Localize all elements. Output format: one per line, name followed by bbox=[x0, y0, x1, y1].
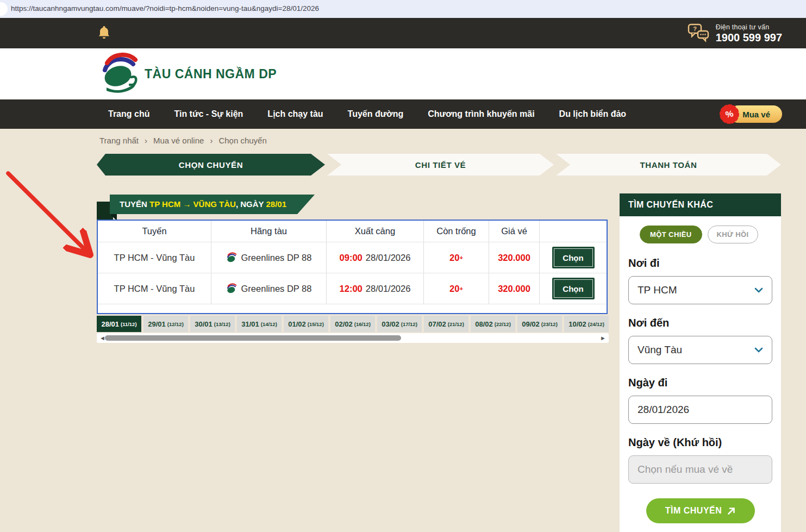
site-header: TÀU CÁNH NGẦM DP bbox=[0, 48, 806, 99]
nav-item-tuyen-duong[interactable]: Tuyến đường bbox=[348, 109, 404, 119]
site-logo[interactable]: TÀU CÁNH NGẦM DP bbox=[100, 52, 277, 96]
buy-ticket-label: Mua vé bbox=[742, 110, 770, 119]
departure-date: 28/01/2026 bbox=[366, 253, 411, 263]
url-text: https://taucanhngamvungtau.com/muave/?no… bbox=[11, 0, 319, 17]
label-noi-den: Nơi đến bbox=[628, 317, 772, 329]
date-tab[interactable]: 09/02(23/12) bbox=[517, 316, 562, 332]
departure-time: 12:00 bbox=[340, 284, 363, 294]
hotline-number: 1900 599 997 bbox=[716, 32, 782, 44]
ribbon-text: TUYẾN TP HCM → VŨNG TÀU, NGÀY 28/01 bbox=[110, 195, 315, 214]
breadcrumb-current: Chọn chuyến bbox=[218, 136, 266, 145]
nav-item-lich-chay-tau[interactable]: Lịch chạy tàu bbox=[267, 109, 323, 119]
scroll-right-icon[interactable]: ► bbox=[600, 334, 606, 342]
seats-plus: + bbox=[459, 254, 463, 261]
round-trip-pill[interactable]: KHỨ HỒI bbox=[708, 226, 758, 243]
date-tab[interactable]: 08/02(22/12) bbox=[471, 316, 515, 332]
breadcrumb-mua-ve[interactable]: Mua vé online bbox=[153, 136, 204, 145]
destination-value: Vũng Tàu bbox=[638, 344, 682, 356]
trips-table: Tuyến Hãng tàu Xuất cảng Còn trống Giá v… bbox=[97, 220, 608, 314]
ribbon-prefix: TUYẾN bbox=[120, 199, 149, 209]
checkout-steps: CHỌN CHUYẾN CHI TIẾT VÉ THANH TOÁN bbox=[97, 154, 781, 176]
return-date-placeholder: Chọn nếu mua vé về bbox=[638, 464, 733, 475]
col-header-con-trong: Còn trống bbox=[424, 221, 489, 242]
date-tab[interactable]: 03/02(17/12) bbox=[377, 316, 422, 332]
discount-seal-icon: % bbox=[718, 103, 740, 127]
trip-departure: 09:00 28/01/2026 bbox=[327, 242, 424, 273]
seats-count: 20 bbox=[449, 284, 459, 294]
trip-route: TP HCM - Vũng Tàu bbox=[98, 242, 211, 273]
nav-item-tin-tuc[interactable]: Tin tức - Sự kiện bbox=[174, 109, 243, 119]
operator-logo-icon bbox=[226, 252, 238, 264]
date-tab[interactable]: 02/02(16/12) bbox=[330, 316, 375, 332]
departure-date: 28/01/2026 bbox=[366, 284, 411, 294]
origin-select[interactable]: TP HCM bbox=[628, 276, 772, 304]
trip-seats: 20+ bbox=[424, 242, 489, 273]
departure-time: 09:00 bbox=[340, 253, 363, 263]
browser-tab-stub bbox=[0, 2, 8, 16]
operator-logo-icon bbox=[226, 283, 238, 295]
step-thanh-toan: THANH TOÁN bbox=[556, 154, 781, 176]
scrollbar-thumb[interactable] bbox=[105, 335, 401, 341]
one-way-pill[interactable]: MỘT CHIỀU bbox=[640, 226, 702, 243]
trip-price: 320.000 bbox=[489, 273, 540, 304]
breadcrumb-separator: › bbox=[145, 136, 147, 145]
breadcrumb-home[interactable]: Trang nhất bbox=[99, 136, 139, 145]
nav-item-khuyen-mai[interactable]: Chương trình khuyến mãi bbox=[428, 109, 534, 119]
col-header-gia-ve: Giá vé bbox=[489, 221, 540, 242]
breadcrumb-separator: › bbox=[210, 136, 213, 145]
ribbon-route: TP HCM → VŨNG TÀU bbox=[149, 199, 236, 209]
destination-select[interactable]: Vũng Tàu bbox=[628, 336, 772, 364]
label-noi-di: Nơi đi bbox=[628, 257, 772, 270]
search-trip-panel: MỘT CHIỀU KHỨ HỒI Nơi đi TP HCM Nơi đến … bbox=[620, 216, 781, 532]
col-header-xuat-cang: Xuất cảng bbox=[327, 221, 424, 242]
step-chon-chuyen: CHỌN CHUYẾN bbox=[97, 154, 325, 176]
date-tab[interactable]: 30/01(13/12) bbox=[190, 316, 235, 332]
date-strip-scrollbar[interactable]: ◄ ► bbox=[97, 333, 609, 343]
choose-trip-button[interactable]: Chọn bbox=[552, 278, 595, 299]
col-header-action bbox=[540, 221, 607, 242]
operator-name: Greenlines DP 88 bbox=[241, 253, 312, 263]
date-tab-strip: 28/01(11/12) 29/01(12/12) 30/01(13/12) 3… bbox=[97, 316, 609, 332]
date-tab[interactable]: 07/02(21/12) bbox=[424, 316, 468, 332]
label-ngay-ve: Ngày về (Khứ hồi) bbox=[628, 436, 772, 449]
date-tab[interactable]: 31/01(14/12) bbox=[237, 316, 282, 332]
choose-trip-button[interactable]: Chọn bbox=[552, 247, 595, 268]
trip-seats: 20+ bbox=[424, 273, 489, 304]
date-tab[interactable]: 29/01(12/12) bbox=[143, 316, 188, 332]
depart-date-input[interactable]: 28/01/2026 bbox=[628, 396, 772, 424]
notification-bell-icon[interactable] bbox=[98, 26, 110, 42]
label-ngay-di: Ngày đi bbox=[628, 377, 772, 389]
chevron-down-icon bbox=[754, 347, 763, 353]
ribbon-middle: , NGÀY bbox=[236, 199, 266, 209]
browser-address-bar[interactable]: https://taucanhngamvungtau.com/muave/?no… bbox=[0, 0, 806, 18]
svg-text:?: ? bbox=[693, 26, 697, 32]
operator-name: Greenlines DP 88 bbox=[241, 284, 312, 294]
trip-route: TP HCM - Vũng Tàu bbox=[98, 273, 211, 304]
page: https://taucanhngamvungtau.com/muave/?no… bbox=[0, 0, 806, 532]
col-header-hang-tau: Hãng tàu bbox=[211, 221, 327, 242]
trip-price: 320.000 bbox=[489, 242, 540, 273]
hotline-block: ? Điện thoại tư vấn 1900 599 997 bbox=[687, 22, 782, 45]
brand-name: TÀU CÁNH NGẦM DP bbox=[145, 67, 277, 82]
ribbon-date: 28/01 bbox=[266, 199, 287, 209]
find-trip-label: TÌM CHUYẾN bbox=[665, 506, 722, 516]
depart-date-value: 28/01/2026 bbox=[638, 404, 689, 416]
trip-type-toggle: MỘT CHIỀU KHỨ HỒI bbox=[640, 226, 772, 243]
buy-ticket-button[interactable]: % Mua vé bbox=[729, 105, 782, 123]
date-tab[interactable]: 28/01(11/12) bbox=[97, 316, 141, 332]
nav-item-trang-chu[interactable]: Trang chủ bbox=[108, 109, 149, 119]
arrow-up-right-icon bbox=[727, 507, 735, 515]
chat-support-icon: ? bbox=[687, 22, 710, 45]
seats-count: 20 bbox=[449, 253, 459, 263]
return-date-input[interactable]: Chọn nếu mua vé về bbox=[628, 455, 772, 484]
trip-operator: Greenlines DP 88 bbox=[211, 242, 327, 273]
date-tab[interactable]: 01/02(15/12) bbox=[284, 316, 328, 332]
col-header-tuyen: Tuyến bbox=[98, 221, 211, 242]
find-trip-button[interactable]: TÌM CHUYẾN bbox=[646, 498, 755, 523]
table-filler bbox=[98, 304, 607, 313]
date-tab[interactable]: 10/02(24/12) bbox=[564, 316, 609, 332]
nav-item-du-lich[interactable]: Du lịch biển đảo bbox=[559, 109, 627, 119]
step-chi-tiet-ve: CHI TIẾT VÉ bbox=[327, 154, 554, 176]
trip-operator: Greenlines DP 88 bbox=[211, 273, 327, 304]
breadcrumb: Trang nhất › Mua vé online › Chọn chuyến bbox=[99, 136, 267, 145]
